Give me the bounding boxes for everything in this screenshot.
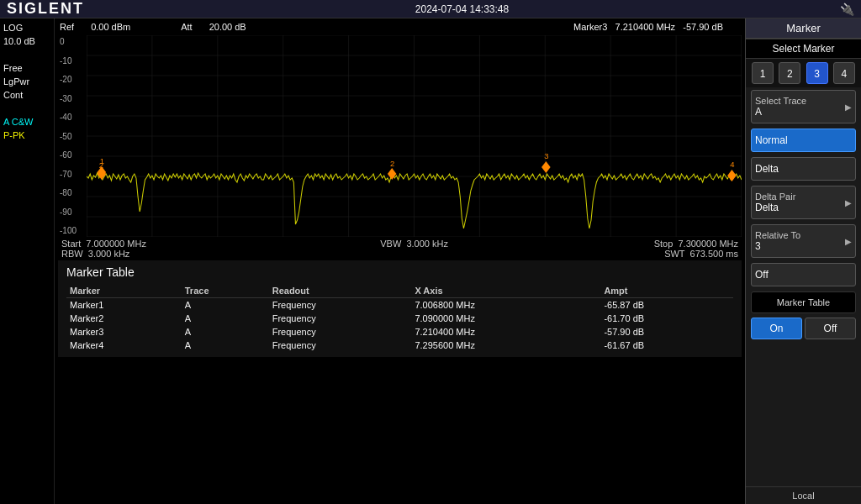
marker-btn-1[interactable]: 1 [752,62,774,84]
att-label: Att [181,22,192,32]
scale-label: 10.0 dB [3,35,50,47]
delta-pair-label: Delta Pair [755,192,795,202]
start-info: Start 7.000000 MHz RBW 3.000 kHz [61,239,146,259]
spectrum-svg: 2 2 1 3 4 [87,35,742,237]
marker-table-label: Marker Table [751,291,856,313]
rbw-val: 3.000 kHz [88,249,130,259]
cell-marker: Marker1 [66,298,182,312]
cell-xaxis: 7.295600 MHz [411,339,600,352]
start-val: 7.000000 MHz [86,239,146,249]
freq-bar: Start 7.000000 MHz RBW 3.000 kHz VBW 3.0… [55,237,745,260]
table-row: Marker4 A Frequency 7.295600 MHz -61.67 … [66,339,733,352]
cell-marker: Marker4 [66,339,182,352]
vbw-label: VBW [380,239,401,249]
vbw-val: 3.000 kHz [406,239,448,249]
select-trace-btn[interactable]: Select Trace A ▶ [751,90,856,123]
cell-xaxis: 7.006800 MHz [411,298,600,312]
marker-data-table: Marker Trace Readout X Axis Ampt Marker1… [66,284,733,352]
log-label: LOG [3,22,50,34]
ref-value: 0.00 dBm [91,22,130,32]
marker-buttons: 1 2 3 4 [746,59,861,87]
delta-btn[interactable]: Delta [751,157,856,181]
logo: SIGLENT [7,0,84,18]
select-marker-section: Select Marker [746,39,861,59]
start-label: Start [61,239,81,249]
trace-value: A [755,106,806,118]
active-marker-name: Marker3 7.210400 MHz -57.90 dB [573,22,723,32]
trace-ppk-label: P-PK [3,129,50,141]
marker-btn-3[interactable]: 3 [806,62,828,84]
cell-readout: Frequency [269,312,412,325]
swt-val: 673.500 ms [690,249,738,259]
cell-marker: Marker2 [66,312,182,325]
cell-trace: A [182,312,269,325]
stop-label: Stop [654,239,673,249]
table-row: Marker3 A Frequency 7.210400 MHz -57.90 … [66,325,733,339]
cell-readout: Frequency [269,339,412,352]
svg-marker-28 [541,161,551,173]
marker-table-section: Marker Table Marker Trace Readout X Axis… [58,260,742,357]
local-label: Local [746,486,861,504]
cell-marker: Marker3 [66,325,182,339]
cell-xaxis: 7.210400 MHz [411,325,600,339]
delta-pair-btn[interactable]: Delta Pair Delta ▶ [751,186,856,219]
stop-val: 7.300000 MHz [678,239,738,249]
relative-to-btn[interactable]: Relative To 3 ▶ [751,224,856,258]
col-readout: Readout [269,284,412,298]
table-row: Marker2 A Frequency 7.090000 MHz -61.70 … [66,312,733,325]
datetime: 2024-07-04 14:33:48 [415,3,509,15]
top-bar: SIGLENT 2024-07-04 14:33:48 🔌 [0,0,861,18]
on-toggle-btn[interactable]: On [751,318,802,339]
col-ampt: Ampt [600,284,733,298]
usb-icon: 🔌 [840,3,854,16]
cell-ampt: -65.87 dB [600,298,733,312]
main-layout: LOG 10.0 dB Free LgPwr Cont A C&W P-PK R… [0,18,861,504]
delta-pair-arrow: ▶ [845,198,852,207]
table-row: Marker1 A Frequency 7.006800 MHz -65.87 … [66,298,733,312]
relative-to-arrow: ▶ [845,237,852,246]
cell-trace: A [182,298,269,312]
y-axis-labels: 0 -10 -20 -30 -40 -50 -60 -70 -80 -90 -1… [58,35,87,237]
normal-btn[interactable]: Normal [751,129,856,152]
chart-wrapper: 0 -10 -20 -30 -40 -50 -60 -70 -80 -90 -1… [58,35,742,237]
marker-btn-4[interactable]: 4 [833,62,855,84]
svg-marker-30 [727,170,737,181]
att-value: 20.00 dB [209,22,246,32]
left-panel: LOG 10.0 dB Free LgPwr Cont A C&W P-PK [0,18,55,504]
svg-text:4: 4 [730,160,734,169]
spectrum-display: 2 2 1 3 4 [87,35,742,237]
cell-ampt: -57.90 dB [600,325,733,339]
table-header-row: Marker Trace Readout X Axis Ampt [66,284,733,298]
relative-to-value: 3 [755,240,800,252]
marker-table-toggle: On Off [751,318,856,339]
free-label: Free [3,62,50,74]
col-trace: Trace [182,284,269,298]
spacer1 [3,49,50,60]
spacer2 [3,102,50,114]
off-btn[interactable]: Off [751,263,856,286]
meas-bar: Ref 0.00 dBm Att 20.00 dB Marker3 7.2104… [55,18,745,35]
cell-xaxis: 7.090000 MHz [411,312,600,325]
cell-ampt: -61.67 dB [600,339,733,352]
svg-text:1: 1 [100,157,104,165]
lgpwr-label: LgPwr [3,76,50,87]
col-xaxis: X Axis [411,284,600,298]
marker-table-title: Marker Table [66,265,733,279]
cell-ampt: -61.70 dB [600,312,733,325]
delta-pair-value: Delta [755,202,795,213]
cont-label: Cont [3,89,50,101]
off-toggle-btn[interactable]: Off [805,318,856,339]
right-panel: Marker Select Marker 1 2 3 4 Select Trac… [745,18,861,504]
marker-btn-2[interactable]: 2 [779,62,800,84]
swt-label: SWT [664,249,684,259]
select-trace-label: Select Trace [755,96,806,106]
stop-info: Stop 7.300000 MHz SWT 673.500 ms [654,239,738,259]
relative-to-label: Relative To [755,230,800,240]
cell-trace: A [182,339,269,352]
cell-readout: Frequency [269,325,412,339]
trace-cw-label: A C&W [3,116,50,128]
cell-readout: Frequency [269,298,412,312]
svg-text:3: 3 [544,152,548,160]
select-trace-arrow: ▶ [845,102,852,112]
rbw-label: RBW [61,249,83,259]
